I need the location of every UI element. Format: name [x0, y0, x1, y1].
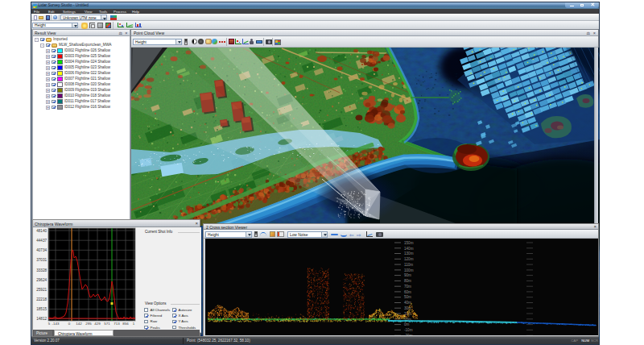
svg-text:70m: 70m — [404, 285, 411, 289]
svg-text:40m: 40m — [404, 301, 411, 305]
svg-text:50m: 50m — [404, 295, 411, 299]
svg-text:295: 295 — [85, 322, 92, 326]
svg-text:110m: 110m — [404, 263, 413, 267]
svg-text:120m: 120m — [404, 257, 414, 261]
svg-text:571: 571 — [104, 322, 110, 326]
svg-text:-10m: -10m — [404, 328, 413, 332]
svg-text:-20m: -20m — [404, 334, 413, 335]
svg-text:60m: 60m — [404, 290, 411, 294]
svg-text:856: 856 — [122, 322, 129, 326]
svg-text:142: 142 — [76, 322, 82, 326]
svg-text:22218: 22218 — [36, 297, 47, 301]
svg-text:80m: 80m — [404, 279, 411, 283]
svg-text:48140: 48140 — [36, 229, 47, 233]
svg-text:40734: 40734 — [36, 248, 47, 252]
svg-text:14812: 14812 — [36, 317, 47, 321]
svg-text:-143: -143 — [52, 322, 60, 326]
svg-text:429: 429 — [94, 322, 101, 326]
svg-text:100m: 100m — [404, 268, 414, 272]
svg-text:130m: 130m — [404, 251, 414, 256]
svg-text:90m: 90m — [404, 273, 411, 277]
svg-text:33328: 33328 — [36, 268, 47, 272]
svg-text:37031: 37031 — [36, 258, 47, 262]
svg-text:18515: 18515 — [36, 307, 47, 311]
svg-text:150m: 150m — [404, 241, 414, 245]
svg-text:44437: 44437 — [36, 239, 47, 243]
svg-text:140m: 140m — [404, 247, 414, 251]
svg-text:30m: 30m — [404, 306, 411, 310]
svg-text:713: 713 — [114, 322, 120, 326]
svg-text:0m: 0m — [404, 322, 410, 326]
svg-text:29624: 29624 — [36, 278, 47, 282]
svg-text:25921: 25921 — [36, 288, 47, 292]
